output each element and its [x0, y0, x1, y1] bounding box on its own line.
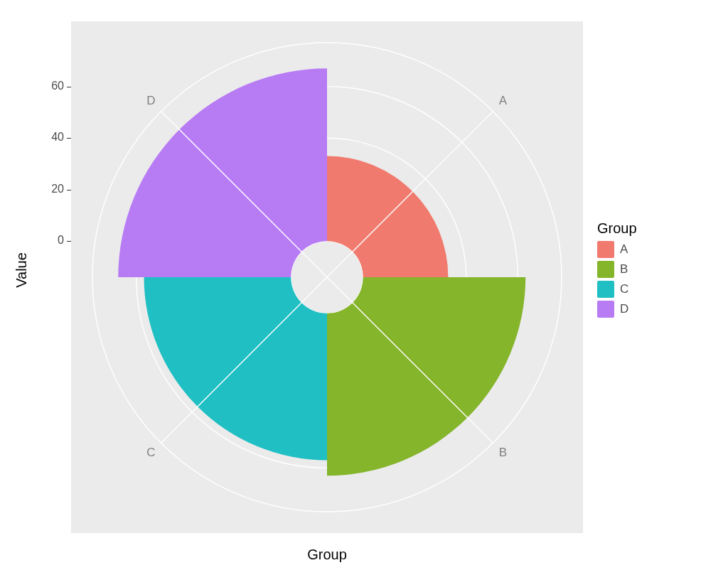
y-axis-title: Value	[14, 252, 30, 288]
legend-title: Group	[597, 220, 711, 237]
legend-key	[597, 301, 614, 318]
category-label: C	[146, 446, 155, 459]
x-axis-title: Group	[307, 547, 347, 563]
chart-stage: Value Group ABCD 0204060 Group ABCD	[0, 0, 728, 580]
legend-item: A	[597, 241, 711, 258]
y-tick-label: 0	[36, 234, 64, 247]
legend-key	[597, 281, 614, 298]
plot-panel: ABCD	[71, 21, 583, 533]
legend-label: A	[620, 242, 628, 257]
legend-key	[597, 241, 614, 258]
y-tick-mark	[67, 190, 71, 190]
legend-item: B	[597, 261, 711, 278]
y-tick-mark	[67, 87, 71, 87]
legend-label: D	[620, 302, 628, 316]
legend-label: B	[620, 262, 628, 276]
category-label: D	[146, 94, 155, 107]
y-tick-label: 60	[36, 80, 64, 92]
legend: Group ABCD	[597, 220, 711, 321]
category-label: B	[499, 446, 507, 459]
y-tick-label: 40	[36, 131, 64, 144]
y-tick-mark	[67, 138, 71, 139]
legend-item: C	[597, 281, 711, 298]
y-tick-mark	[67, 241, 71, 242]
legend-label: C	[620, 282, 628, 296]
legend-key	[597, 261, 614, 278]
y-tick-label: 20	[36, 183, 64, 195]
polar-svg: ABCD	[71, 21, 583, 533]
category-label: A	[499, 94, 508, 107]
legend-item: D	[597, 301, 711, 318]
